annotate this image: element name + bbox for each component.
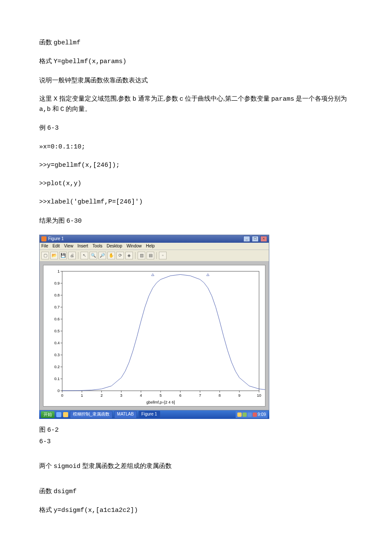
svg-text:0.1: 0.1: [54, 377, 60, 381]
quick-launch-icon-2[interactable]: [63, 412, 68, 417]
windows-taskbar: 开始 模糊控制_隶属函数 MATLAB Figure 1 9:09: [39, 410, 269, 419]
svg-text:3: 3: [120, 393, 122, 398]
menu-window[interactable]: Window: [127, 243, 142, 250]
print-icon[interactable]: 🖨: [68, 252, 76, 259]
svg-text:10: 10: [257, 393, 261, 398]
rotate-icon[interactable]: ⟳: [116, 252, 124, 259]
svg-text:7: 7: [199, 393, 201, 398]
svg-text:8: 8: [219, 393, 221, 398]
window-toolbar: ▢ 📂 💾 🖨 ↖ 🔍 🔎 ✋ ⟳ ◈ ▥ ▤ ▫: [40, 250, 269, 262]
svg-text:0.4: 0.4: [54, 341, 60, 345]
para-function-name-2: 函数 dsigmf: [39, 486, 353, 497]
menu-file[interactable]: File: [41, 243, 48, 250]
legend-icon[interactable]: ▤: [147, 252, 154, 259]
svg-text:1: 1: [58, 269, 60, 273]
svg-text:0: 0: [61, 393, 63, 398]
value-function-name: gbellmf: [54, 39, 81, 46]
svg-text:2: 2: [101, 393, 103, 398]
menu-desktop[interactable]: Desktop: [107, 243, 122, 250]
taskbar-item-matlab[interactable]: MATLAB: [114, 411, 137, 418]
svg-text:0.2: 0.2: [54, 365, 60, 369]
para-function-name: 函数 gbellmf: [39, 38, 353, 48]
matlab-figure-window: Figure 1 _ □ × File Edit View Insert Too…: [39, 235, 269, 419]
system-tray[interactable]: 9:09: [236, 411, 268, 418]
para-subsection-number: 6-3: [39, 437, 353, 447]
menu-insert[interactable]: Insert: [78, 243, 88, 250]
pointer-icon[interactable]: ↖: [81, 252, 88, 259]
svg-text:0.6: 0.6: [54, 317, 60, 321]
para-params-description: 这里 X 指定变量定义域范围,参数 b 通常为正,参数 c 位于曲线中心,第二个…: [39, 94, 353, 115]
svg-text:9: 9: [238, 393, 240, 398]
svg-text:5: 5: [159, 393, 161, 398]
svg-text:1: 1: [81, 393, 83, 398]
pan-icon[interactable]: ✋: [107, 252, 115, 259]
maximize-button[interactable]: □: [252, 236, 259, 242]
svg-text:gbellmf,p=[2 4 6]: gbellmf,p=[2 4 6]: [147, 400, 175, 404]
svg-text:4: 4: [140, 393, 142, 398]
close-button[interactable]: ×: [260, 236, 267, 242]
svg-text:0.5: 0.5: [54, 329, 60, 333]
para-result-label: 结果为图 6-30: [39, 216, 353, 226]
tray-icon[interactable]: [248, 413, 252, 417]
hide-tools-icon[interactable]: ▫: [159, 252, 167, 259]
svg-rect-0: [62, 271, 259, 391]
taskbar-item-figure[interactable]: Figure 1: [138, 411, 160, 418]
save-icon[interactable]: 💾: [59, 252, 67, 259]
window-menubar: File Edit View Insert Tools Desktop Wind…: [40, 243, 269, 250]
para-figure-caption: 图 6-2: [39, 425, 353, 435]
svg-text:6: 6: [179, 393, 182, 398]
open-icon[interactable]: 📂: [50, 252, 58, 259]
document-page: 函数 gbellmf 格式 Y=gbellmf(x,params) 说明一般钟型…: [0, 0, 392, 541]
new-figure-icon[interactable]: ▢: [41, 252, 49, 259]
code-line-1: »x=0:0.1:10;: [39, 142, 353, 152]
data-cursor-icon[interactable]: ◈: [125, 252, 133, 259]
menu-edit[interactable]: Edit: [52, 243, 60, 250]
taskbar-item-doc[interactable]: 模糊控制_隶属函数: [70, 411, 112, 418]
para-description: 说明一般钟型隶属函数依靠函数表达式: [39, 76, 353, 85]
colorbar-icon[interactable]: ▥: [138, 252, 145, 259]
code-line-2: >>y=gbellmf(x,[246]);: [39, 160, 353, 170]
svg-text:0.9: 0.9: [54, 281, 60, 285]
figure-canvas: 01234567891000.10.20.30.40.50.60.70.80.9…: [40, 262, 269, 410]
matlab-icon: [41, 236, 46, 241]
minimize-button[interactable]: _: [243, 236, 250, 242]
svg-text:0: 0: [58, 389, 60, 393]
axes[interactable]: 01234567891000.10.20.30.40.50.60.70.80.9…: [43, 265, 265, 407]
para-example-label: 例 6-3: [39, 123, 353, 133]
plot-svg: 01234567891000.10.20.30.40.50.60.70.80.9…: [43, 265, 265, 406]
heading-dsigmf: 两个 sigmoid 型隶属函数之差组成的隶属函数: [39, 461, 353, 471]
menu-view[interactable]: View: [64, 243, 73, 250]
window-title-text: Figure 1: [48, 235, 64, 243]
tray-icon[interactable]: [237, 413, 242, 417]
zoom-in-icon[interactable]: 🔍: [89, 252, 97, 259]
value-format: Y=gbellmf(x,params): [54, 58, 127, 65]
para-format: 格式 Y=gbellmf(x,params): [39, 56, 353, 67]
zoom-out-icon[interactable]: 🔎: [98, 252, 106, 259]
tray-icon[interactable]: [242, 413, 247, 417]
label-format: 格式: [39, 58, 52, 64]
label-function: 函数: [39, 39, 52, 46]
start-button[interactable]: 开始: [41, 411, 55, 418]
code-line-3: >>plot(x,y): [39, 179, 353, 189]
quick-launch-icon[interactable]: [56, 412, 61, 417]
svg-text:0.3: 0.3: [54, 353, 60, 357]
menu-tools[interactable]: Tools: [92, 243, 102, 250]
para-format-2: 格式 y=dsigmf(x,[a1c1a2c2]): [39, 505, 353, 515]
svg-text:0.8: 0.8: [54, 293, 60, 297]
menu-help[interactable]: Help: [146, 243, 155, 250]
tray-icon[interactable]: [253, 413, 257, 417]
code-line-4: >>xlabel('gbellmf,P=[246]'): [39, 197, 353, 207]
svg-text:0.7: 0.7: [54, 305, 60, 309]
window-titlebar[interactable]: Figure 1 _ □ ×: [40, 235, 269, 243]
tray-clock: 9:09: [258, 411, 266, 418]
